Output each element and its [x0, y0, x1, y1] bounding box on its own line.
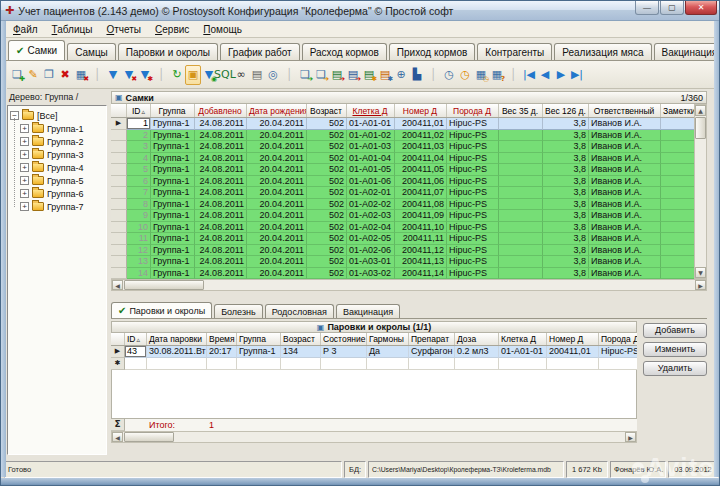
nav-prev-button[interactable]: ◀ — [537, 65, 553, 85]
cell-id[interactable]: 1 — [127, 118, 151, 130]
cell-weight35[interactable] — [499, 245, 543, 257]
cell-breed[interactable]: Hipuc-PS — [447, 222, 499, 234]
cell-weight35[interactable] — [499, 256, 543, 268]
print-button[interactable]: ▤ — [249, 65, 265, 85]
empty-cell[interactable] — [499, 358, 547, 370]
table-row[interactable]: 10Группа-124.08.201120.04.201150201-A02-… — [111, 222, 694, 234]
expand-icon[interactable]: + — [20, 137, 29, 146]
column-header[interactable]: Возраст — [281, 333, 321, 346]
add-record-button[interactable]: ❏✚ — [9, 65, 25, 85]
cell-responsible[interactable]: Иванов И.А. — [589, 233, 661, 245]
cell-notes[interactable] — [661, 245, 694, 257]
cell-cage[interactable]: 01-A03-02 — [347, 268, 395, 280]
tree-item-group[interactable]: +Группа-7 — [20, 200, 104, 213]
main-tab[interactable]: Контрагенты — [477, 43, 552, 60]
cell-birthdate[interactable]: 20.04.2011 — [247, 222, 307, 234]
cell-responsible[interactable]: Иванов И.А. — [589, 187, 661, 199]
nav-next-button[interactable]: ▶ — [553, 65, 569, 85]
cell-birthdate[interactable]: 20.04.2011 — [247, 141, 307, 153]
expand-icon[interactable]: + — [20, 189, 29, 198]
cell-birthdate[interactable]: 20.04.2011 — [247, 130, 307, 142]
nav-last-button[interactable]: ▶| — [569, 65, 585, 85]
filter-exclude-button[interactable]: ▼✖ — [121, 65, 137, 85]
cell-number[interactable]: 200411,07 — [395, 187, 447, 199]
tree-item-group[interactable]: +Группа-4 — [20, 161, 104, 174]
cell-birthdate[interactable]: 20.04.2011 — [247, 268, 307, 280]
expand-icon[interactable]: + — [20, 163, 29, 172]
menu-item[interactable]: Файл — [6, 23, 45, 36]
row-selector[interactable] — [111, 176, 127, 188]
cell-weight126[interactable]: 3,8 — [543, 141, 589, 153]
main-tab[interactable]: Приход кормов — [389, 43, 476, 60]
cell-birthdate[interactable]: 20.04.2011 — [247, 164, 307, 176]
cell-notes[interactable] — [661, 141, 694, 153]
row-selector[interactable] — [111, 153, 127, 165]
cell-breed[interactable]: Hipuc-PS — [447, 187, 499, 199]
detail-cell[interactable]: Да — [367, 346, 409, 358]
cell-group[interactable]: Группа-1 — [151, 256, 195, 268]
detail-cell[interactable]: 43 — [125, 346, 147, 358]
cell-notes[interactable] — [661, 118, 694, 130]
main-tab[interactable]: График работ — [220, 43, 300, 60]
column-header[interactable]: Клетка Д — [499, 333, 547, 346]
cell-responsible[interactable]: Иванов И.А. — [589, 176, 661, 188]
tree-item-group[interactable]: +Группа-5 — [20, 174, 104, 187]
cell-group[interactable]: Группа-1 — [151, 210, 195, 222]
table-row[interactable]: 5Группа-124.08.201120.04.201150201-A01-0… — [111, 164, 694, 176]
nav-first-button[interactable]: |◀ — [521, 65, 537, 85]
cell-notes[interactable] — [661, 268, 694, 280]
export-xml-button[interactable]: ▤✱ — [377, 65, 393, 85]
chart-button[interactable]: ▙ — [409, 65, 425, 85]
detail-cell[interactable]: 200411,01 — [547, 346, 599, 358]
cell-weight35[interactable] — [499, 141, 543, 153]
detail-cell[interactable]: Hipuc-PS — [599, 346, 637, 358]
detail-cell[interactable]: 134 — [281, 346, 321, 358]
column-header[interactable]: Дата паровки — [147, 333, 207, 346]
cell-responsible[interactable]: Иванов И.А. — [589, 268, 661, 280]
cell-birthdate[interactable]: 20.04.2011 — [247, 233, 307, 245]
cell-cage[interactable]: 01-A01-05 — [347, 164, 395, 176]
column-header[interactable]: Группа — [237, 333, 281, 346]
cell-breed[interactable]: Hipuc-PS — [447, 256, 499, 268]
scroll-right-arrow[interactable]: ▶ — [625, 432, 636, 442]
tree-filter-button[interactable]: ▣ — [185, 65, 201, 85]
detail-tab[interactable]: Болезнь — [214, 304, 263, 318]
cell-responsible[interactable]: Иванов И.А. — [589, 210, 661, 222]
cell-added[interactable]: 24.08.2011 — [195, 141, 247, 153]
cell-notes[interactable] — [661, 199, 694, 211]
main-tab[interactable]: ✔Самки — [8, 40, 65, 60]
cell-added[interactable]: 24.08.2011 — [195, 176, 247, 188]
cell-number[interactable]: 200411,08 — [395, 199, 447, 211]
cell-responsible[interactable]: Иванов И.А. — [589, 153, 661, 165]
column-header[interactable]: Гармоны — [367, 333, 409, 346]
column-header[interactable]: ID▵ — [127, 104, 151, 118]
cell-number[interactable]: 200411,06 — [395, 176, 447, 188]
table-row[interactable]: 14Группа-124.08.201120.04.201150201-A03-… — [111, 268, 694, 280]
scroll-right-arrow[interactable]: ▶ — [695, 280, 706, 290]
export-excel-button[interactable]: ▤➔ — [329, 65, 345, 85]
export-web-button[interactable]: ⊕ — [393, 65, 409, 85]
vertical-scrollbar[interactable]: ▲ ▼ — [694, 104, 707, 279]
cell-group[interactable]: Группа-1 — [151, 153, 195, 165]
cell-cage[interactable]: 01-A01-02 — [347, 130, 395, 142]
cell-breed[interactable]: Hipuc-PS — [447, 199, 499, 211]
cell-group[interactable]: Группа-1 — [151, 141, 195, 153]
cell-weight126[interactable]: 3,8 — [543, 130, 589, 142]
empty-cell[interactable] — [599, 358, 637, 370]
cell-birthdate[interactable]: 20.04.2011 — [247, 245, 307, 257]
cell-id[interactable]: 10 — [127, 222, 151, 234]
column-header[interactable]: Номер Д — [395, 104, 447, 118]
cell-breed[interactable]: Hipuc-PS — [447, 245, 499, 257]
detail-cell[interactable]: 20:17 — [207, 346, 237, 358]
cell-number[interactable]: 200411,12 — [395, 245, 447, 257]
column-header[interactable]: Заметки — [661, 104, 694, 118]
cell-notes[interactable] — [661, 164, 694, 176]
cell-group[interactable]: Группа-1 — [151, 176, 195, 188]
cell-id[interactable]: 9 — [127, 210, 151, 222]
cell-weight35[interactable] — [499, 164, 543, 176]
maximize-button[interactable]: ▢ — [660, 1, 684, 15]
table-row[interactable]: ▶1Группа-124.08.201120.04.201150201-A01-… — [111, 118, 694, 130]
menu-item[interactable]: Отчеты — [99, 23, 148, 36]
cell-birthdate[interactable]: 20.04.2011 — [247, 153, 307, 165]
empty-cell[interactable] — [207, 358, 237, 370]
